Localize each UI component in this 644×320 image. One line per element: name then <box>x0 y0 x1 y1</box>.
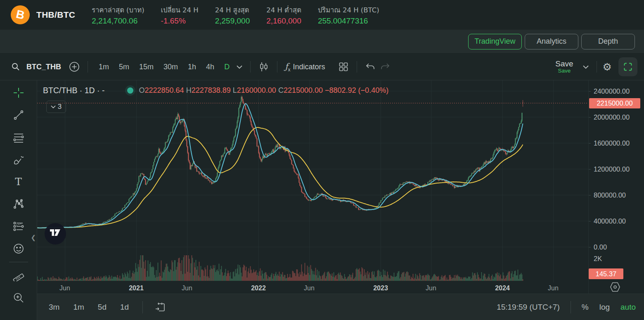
compare-add-icon[interactable] <box>67 59 82 74</box>
legend-close-value: 2215000.00 <box>284 86 323 94</box>
stat-label: 24 H สูงสุด <box>215 5 250 15</box>
interval-1d-active[interactable]: D <box>224 63 230 71</box>
trend-line-tool-icon[interactable] <box>13 109 24 121</box>
range-1m[interactable]: 1m <box>73 303 84 312</box>
price-tick-mark <box>589 91 591 92</box>
log-scale-toggle[interactable]: log <box>599 303 610 312</box>
symbol-name[interactable]: BTC_THB <box>26 63 61 71</box>
fullscreen-button[interactable] <box>618 57 637 76</box>
tab-depth[interactable]: Depth <box>581 34 635 49</box>
price-tick-label: 1200000.00 <box>594 165 630 173</box>
trading-app: B THB/BTC ราคาล่าสุด (บาท) 2,214,700.06 … <box>0 0 644 320</box>
stat-value: 2,214,700.06 <box>92 16 144 26</box>
price-axis-settings-hexagon-icon[interactable] <box>609 282 621 294</box>
interval-1m[interactable]: 1m <box>99 63 109 71</box>
legend-ohlc: O2222850.64 H2227838.89 L2160000.00 C221… <box>139 86 389 95</box>
legend-change-value: −8802.92 (−0.40%) <box>325 86 388 94</box>
divider <box>571 301 571 313</box>
fib-retracement-tool-icon[interactable] <box>13 132 24 143</box>
redo-icon[interactable] <box>378 59 393 74</box>
fullscreen-icon <box>623 62 632 71</box>
go-to-date-calendar-icon[interactable] <box>153 300 168 315</box>
divider <box>88 61 88 73</box>
legend-open-value: 2222850.64 <box>145 86 184 94</box>
settings-gear-icon[interactable]: ⚙ <box>603 61 612 73</box>
interval-chevron-down-icon[interactable] <box>234 59 244 74</box>
symbol-search-icon[interactable] <box>8 59 23 74</box>
indicators-collapsed-button[interactable]: 3 <box>46 101 66 113</box>
price-axis[interactable]: 2215000.00 2K 145.37 2400000.002000000.0… <box>588 80 644 294</box>
price-tick-mark <box>589 221 591 221</box>
undo-icon[interactable] <box>363 59 378 74</box>
stat-label: 24 H ต่ำสุด <box>266 5 301 15</box>
header-stats: ราคาล่าสุด (บาท) 2,214,700.06 เปลี่ยน 24… <box>92 5 379 26</box>
time-tick-label: 2023 <box>373 285 388 292</box>
last-volume-badge: 145.37 <box>589 268 623 279</box>
time-tick-label: 2022 <box>251 285 266 292</box>
drawing-toolbar: T <box>0 80 37 320</box>
save-sub-label: Save <box>558 68 571 74</box>
legend-close-key: C <box>278 86 284 94</box>
legend-open-key: O <box>139 86 145 94</box>
indicators-button[interactable]: ƒx Indicators <box>283 59 327 74</box>
tab-tradingview[interactable]: TradingView <box>468 34 522 49</box>
pattern-xabcd-tool-icon[interactable] <box>13 198 24 210</box>
time-tick-label: Jun <box>304 285 315 292</box>
save-button[interactable]: Save Save <box>555 60 573 74</box>
clock-utc-label[interactable]: 15:19:59 (UTC+7) <box>497 303 560 312</box>
legend-symbol-title[interactable]: BTC/THB · 1D · - <box>43 86 105 95</box>
stat-low-24h: 24 H ต่ำสุด 2,160,000 <box>266 5 301 26</box>
range-1d[interactable]: 1d <box>120 303 129 312</box>
save-chevron-down-icon[interactable] <box>581 59 591 74</box>
divider <box>277 61 277 73</box>
chart-style-candles-icon[interactable] <box>256 59 271 74</box>
chevron-down-icon <box>51 105 56 108</box>
stat-label: ปริมาณ 24 H (BTC) <box>318 5 379 15</box>
stat-value: 255.00477316 <box>318 16 379 26</box>
price-tick-label: 400000.00 <box>594 217 626 225</box>
interval-5m[interactable]: 5m <box>119 63 129 71</box>
divider <box>142 301 143 313</box>
zoom-in-tool-icon[interactable] <box>13 292 24 304</box>
price-tick-mark <box>589 143 591 144</box>
legend-low-value: 2160000.00 <box>237 86 276 94</box>
time-tick-label: Jun <box>426 285 436 292</box>
text-tool-icon[interactable]: T <box>13 176 24 188</box>
interval-30m[interactable]: 30m <box>163 63 178 71</box>
brush-tool-icon[interactable] <box>13 154 24 165</box>
range-3m[interactable]: 3m <box>49 303 59 312</box>
chart-row: BTC/THB · 1D · - O2222850.64 H2227838.89… <box>37 80 644 294</box>
percent-scale-toggle[interactable]: % <box>582 303 589 312</box>
time-axis[interactable]: Jun2021Jun2022Jun2023Jun2024Jun <box>37 282 588 294</box>
chart-toolbar: BTC_THB 1m 5m 15m 30m 1h 4h D ƒx Indicat… <box>0 54 644 80</box>
auto-scale-toggle[interactable]: auto <box>620 303 636 312</box>
crosshair-tool-icon[interactable] <box>13 87 24 99</box>
measure-ruler-tool-icon[interactable] <box>13 270 24 281</box>
chart-column: BTC/THB · 1D · - O2222850.64 H2227838.89… <box>37 80 644 320</box>
sidebar-collapse-chevron[interactable]: ❮ <box>31 234 36 241</box>
divider <box>9 262 28 262</box>
emoji-tool-icon[interactable] <box>13 243 24 254</box>
stat-value: -1.65% <box>161 16 199 26</box>
forecast-tool-icon[interactable] <box>13 221 24 232</box>
time-tick-label: Jun <box>182 285 192 292</box>
status-dot <box>127 87 133 94</box>
bottom-toolbar: 3m 1m 5d 1d 15:19:59 (UTC+7) % log auto <box>37 294 644 320</box>
interval-1h[interactable]: 1h <box>188 63 196 71</box>
price-chart-canvas[interactable] <box>37 80 588 282</box>
stat-change-24h: เปลี่ยน 24 H -1.65% <box>161 5 199 26</box>
interval-4h[interactable]: 4h <box>206 63 214 71</box>
chart-pane[interactable]: BTC/THB · 1D · - O2222850.64 H2227838.89… <box>37 80 588 294</box>
legend-high-key: H <box>186 86 192 94</box>
layout-grid-icon[interactable] <box>336 59 351 74</box>
legend-low-key: L <box>233 86 237 94</box>
time-tick-label: 2021 <box>129 285 144 292</box>
divider <box>357 61 357 73</box>
interval-15m[interactable]: 15m <box>139 63 154 71</box>
main-area: T <box>0 80 644 320</box>
range-5d[interactable]: 5d <box>98 303 107 312</box>
price-tick-label: 800000.00 <box>594 191 626 199</box>
tab-analytics[interactable]: Analytics <box>525 34 578 49</box>
price-tick-mark <box>589 117 591 118</box>
save-label: Save <box>555 60 573 68</box>
